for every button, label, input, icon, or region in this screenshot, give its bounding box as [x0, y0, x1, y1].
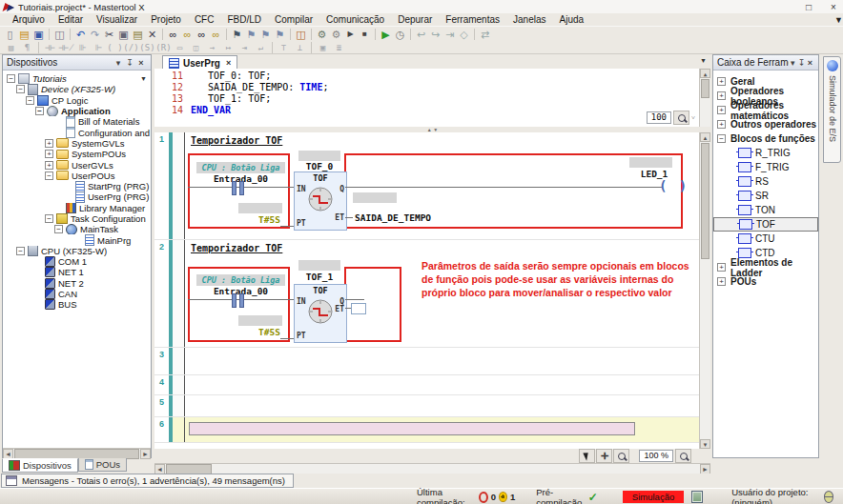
panel-menu-icon[interactable]: ▾ [113, 58, 124, 68]
globe-icon[interactable] [824, 491, 833, 503]
paste-icon[interactable]: ▤ [131, 28, 145, 41]
insert-coil-negated-icon[interactable]: (/) [123, 41, 139, 54]
empty-comment-box-selected[interactable] [189, 422, 635, 435]
contact-icon[interactable] [239, 293, 244, 308]
expander[interactable]: − [7, 74, 15, 83]
contact-icon[interactable] [239, 181, 244, 195]
scroll-down-icon[interactable]: ▼ [700, 439, 710, 449]
ladder-network-4[interactable]: 4 [154, 375, 699, 395]
ladder-network-2[interactable]: 2 Temporizador TOF CPU : Botão Liga Entr… [154, 240, 699, 348]
step-into-icon[interactable]: ↪ [428, 28, 442, 41]
tree-item-bill-of-materials[interactable]: Bill of Materials [5, 116, 151, 127]
tree-item-systemgvls[interactable]: +SystemGVLs [5, 138, 151, 149]
decl-vertical-scrollbar[interactable]: ▲ [699, 69, 710, 127]
ladder-zoom-value[interactable]: 100 % [639, 450, 673, 462]
tree-item-usergvls[interactable]: +UserGVLs [5, 159, 151, 170]
menu-ajuda[interactable]: Ajuda [552, 14, 590, 25]
insert-box-en-icon[interactable]: ◫ [188, 41, 204, 54]
toolbox-item-tof[interactable]: TOF [713, 217, 818, 232]
insert-coil-icon[interactable]: ( ) [107, 41, 123, 54]
ladder-editor[interactable]: 1 Temporizador TOF CPU : Botão Liga Entr… [154, 132, 699, 449]
devices-panel-header[interactable]: Dispositivos ▾ ↧ × [3, 55, 151, 71]
menu-compilar[interactable]: Compilar [268, 14, 319, 25]
et-variable[interactable]: SAIDA_DE_TEMPO [355, 212, 431, 223]
zoom-tool-icon[interactable] [613, 449, 629, 463]
menu-editar[interactable]: Editar [51, 14, 90, 25]
delete-icon[interactable]: ✕ [145, 28, 159, 41]
menu-cfc[interactable]: CFC [188, 14, 221, 25]
maximize-button[interactable]: □ [803, 2, 814, 12]
et-comment-box[interactable] [353, 192, 397, 203]
decl-line[interactable]: 13TOF_1: TOF; [154, 93, 710, 105]
tree-item-library-manager[interactable]: Library Manager [5, 203, 151, 213]
expander[interactable]: + [717, 263, 726, 272]
contact-icon[interactable] [232, 293, 236, 308]
cut-icon[interactable]: ✂ [102, 28, 116, 41]
tree-item-bus[interactable]: BUS [5, 299, 151, 310]
tree-item-systempous[interactable]: +SystemPOUs [5, 149, 151, 159]
scroll-right-icon[interactable]: ► [140, 449, 151, 459]
tree-item-configuration[interactable]: Configuration and Consumpt [5, 127, 151, 137]
expander[interactable]: − [717, 134, 726, 143]
expander[interactable]: − [54, 225, 63, 233]
find-icon[interactable]: ∞ [166, 28, 180, 41]
toolbox-group-matematicos[interactable]: +Operadores matemáticos [713, 103, 818, 117]
block-comment-box[interactable] [298, 151, 340, 161]
contact-icon[interactable] [232, 181, 236, 195]
block-instance-name[interactable]: TOF_1 [294, 272, 345, 282]
open-icon[interactable]: ▤ [17, 28, 31, 41]
tree-item-userprg[interactable]: UserPrg (PRG) [5, 192, 151, 202]
expander[interactable]: − [45, 214, 53, 223]
pt-comment-box[interactable] [238, 203, 282, 213]
menu-visualizar[interactable]: Visualizar [90, 14, 144, 25]
declaration-editor[interactable]: 11TOF_0: TOF; 12SAIDA_DE_TEMPO: TIME; 13… [154, 69, 710, 128]
expander[interactable]: + [45, 139, 53, 148]
expander[interactable]: + [45, 150, 53, 158]
expander[interactable]: − [35, 107, 44, 115]
tree-item-maintask[interactable]: −MainTask [5, 224, 151, 234]
insert-contact-icon[interactable]: ⊣⊢ [42, 41, 58, 54]
insert-assignment-icon[interactable]: ↦ [220, 41, 236, 54]
expander[interactable]: − [26, 96, 34, 105]
scroll-up-icon[interactable]: ▲ [700, 132, 710, 142]
insert-function-block-icon[interactable]: ▭ [172, 41, 188, 54]
ladder-vertical-scrollbar[interactable]: ▲ ▼ [699, 132, 710, 449]
tof-function-block[interactable]: TOF IN PT Q ET [294, 284, 347, 343]
toolbox-header[interactable]: Caixa de Ferramentas ▾ ↧ × [713, 55, 818, 71]
insert-parallel-contact-icon[interactable]: ⊪ [74, 41, 91, 54]
pin-icon[interactable]: ↧ [124, 58, 135, 68]
pan-tool-icon[interactable]: ✛ [596, 449, 612, 463]
insert-return-icon[interactable]: ↵ [253, 41, 269, 54]
expander[interactable]: + [717, 277, 726, 286]
ladder-network-3[interactable]: 3 [154, 348, 699, 375]
insert-comment-icon[interactable]: ¶ [19, 41, 35, 54]
block-instance-name[interactable]: TOF_0 [294, 161, 345, 171]
scroll-thumb[interactable] [701, 79, 709, 98]
tree-item-com1[interactable]: COM 1 [5, 256, 151, 267]
breakpoint-icon[interactable]: ◇ [457, 28, 471, 41]
insert-set-coil-icon[interactable]: (S) [139, 41, 155, 54]
decl-zoom-value[interactable]: 100 [647, 111, 671, 124]
run-icon[interactable]: ▶ [343, 28, 358, 41]
close-icon[interactable]: × [135, 58, 147, 68]
combo-down-icon[interactable]: ▼ [140, 75, 147, 82]
tree-item-net2[interactable]: NET 2 [5, 278, 151, 289]
runtime-clock-icon[interactable]: ◷ [393, 28, 407, 41]
pt-value[interactable]: T#5S [238, 327, 280, 337]
toolbox-item-ctu[interactable]: CTU [713, 232, 818, 246]
title-bar[interactable]: Tutoriais.project* - Mastertool X □ × [0, 0, 843, 13]
tab-close-icon[interactable]: × [226, 58, 231, 68]
expander[interactable]: + [717, 77, 726, 86]
network-content[interactable]: Temporizador TOF CPU : Botão Liga Entrad… [185, 240, 699, 347]
tab-dispositivos[interactable]: Dispositivos [2, 458, 78, 473]
save-icon[interactable]: ▣ [31, 28, 46, 41]
replace-icon[interactable]: ∞ [195, 28, 209, 41]
insert-contact-negated-icon[interactable]: ⊣⊬ [58, 41, 74, 54]
scroll-up-icon[interactable]: ▲ [700, 69, 710, 78]
decl-line[interactable]: 14END_VAR [154, 105, 710, 116]
prev-bookmark-icon[interactable]: ⚑ [258, 28, 273, 41]
expander[interactable]: + [45, 161, 53, 170]
close-button[interactable]: × [828, 2, 839, 12]
contact-comment-box[interactable]: CPU : Botão Liga [196, 162, 285, 173]
menu-comunicacao[interactable]: Comunicação [319, 14, 391, 25]
